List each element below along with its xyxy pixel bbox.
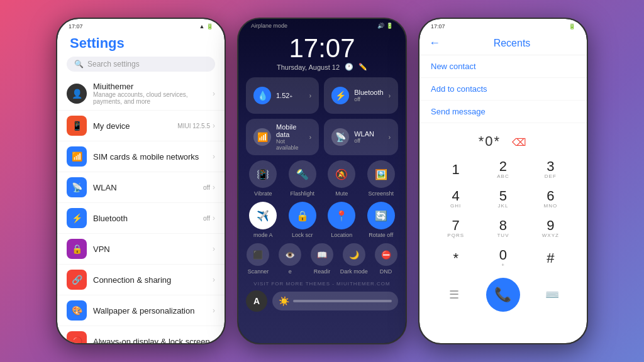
item-label: Wallpaper & personalization (93, 306, 213, 315)
search-placeholder: Search settings (87, 60, 140, 69)
page-title: Settings (57, 31, 225, 57)
cc-quick-grid-2: ✈️ mode A 🔒 Lock scr 📍 Location 🔄 Rotate… (238, 202, 406, 238)
settings-item-alwayson[interactable]: 🔴 Always-on display & lock screen › (57, 326, 225, 343)
dialer-key-7[interactable]: 7 PQRS (432, 214, 479, 243)
tile-sublabel: off (354, 138, 383, 144)
cc-btn-reading[interactable]: 📖 Readir (308, 243, 337, 275)
chevron-icon: › (213, 306, 215, 315)
settings-item-connection[interactable]: 🔗 Connection & sharing › (57, 265, 225, 295)
dialer-key-4[interactable]: 4 GHI (432, 184, 479, 214)
cc-btn-darkmode[interactable]: 🌙 Dark mode (339, 243, 369, 275)
call-icon: 📞 (494, 287, 511, 303)
item-label: Always-on display & lock screen (93, 337, 213, 344)
cc-tile-bluetooth[interactable]: ⚡ Bluetooth off › (324, 77, 398, 114)
dialer-display: *0* ⌫ (419, 123, 587, 155)
item-icon: 🔴 (67, 331, 87, 343)
btn-label: Lock scr (292, 232, 313, 238)
tile-expand: › (309, 134, 311, 141)
back-button[interactable]: ← (429, 36, 440, 50)
cc-btn-location[interactable]: 📍 Location (325, 202, 359, 238)
btn-label: Vibrate (254, 190, 272, 197)
add-to-contacts-item[interactable]: Add to contacts (419, 78, 587, 101)
dialer-grid: 1 2 ABC 3 DEF 4 GHI 5 JKL 6 MNO (419, 155, 587, 273)
keypad-button[interactable]: ⌨️ (540, 282, 565, 307)
settings-item-wallpaper[interactable]: 🎨 Wallpaper & personalization › (57, 295, 225, 326)
new-contact-item[interactable]: New contact (419, 55, 587, 78)
status-icons: ▲ 🔋 (199, 23, 213, 30)
btn-label: Mute (335, 190, 348, 197)
settings-item-vpn[interactable]: 🔒 VPN › (57, 234, 225, 265)
avatar-button[interactable]: A (246, 290, 267, 312)
btn-label: Screensht (368, 190, 394, 197)
btn-label: Location (331, 232, 352, 238)
cc-btn-eye[interactable]: 👁️ e (275, 243, 305, 275)
dialer-key-9[interactable]: 9 WXYZ (527, 214, 574, 243)
settings-item-mydevice[interactable]: 📱 My device MIUI 12.5.5 › (57, 111, 225, 141)
item-label: My device (93, 121, 177, 131)
tile-label: WLAN (354, 130, 383, 138)
item-right: off › (203, 183, 215, 192)
dialer-key-star[interactable]: * (432, 243, 479, 273)
cc-btn-airplane[interactable]: ✈️ mode A (246, 202, 280, 238)
btn-label: Flashlight (290, 190, 314, 197)
brightness-icon: ☀️ (279, 296, 289, 306)
brightness-slider[interactable]: ☀️ (272, 292, 398, 310)
tile-label: Bluetooth (354, 89, 383, 96)
item-icon: 📡 (67, 177, 87, 197)
cc-btn-dnd[interactable]: ⛔ DND (371, 243, 401, 275)
dialer-key-6[interactable]: 6 MNO (527, 184, 574, 214)
btn-label: Rotate off (369, 232, 393, 238)
dialer-key-0[interactable]: 0 + (479, 243, 526, 273)
cc-tile-mobiledata[interactable]: 📶 Mobile data Not available › (246, 119, 319, 155)
chevron-icon: › (213, 244, 215, 253)
status-bar-dialer: 17:07 🔋 (419, 19, 587, 31)
cc-quick-grid-3: ⬛ Scanner 👁️ e 📖 Readir 🌙 Dark mode ⛔ DN… (238, 243, 406, 275)
menu-button[interactable]: ☰ (441, 282, 467, 307)
cc-btn-mute[interactable]: 🔕 Mute (325, 160, 359, 197)
chevron-icon: › (213, 152, 215, 161)
airplane-icon: ✈️ (249, 202, 277, 229)
cc-btn-vibrate[interactable]: 📳 Vibrate (246, 160, 280, 197)
settings-item-miuithemer[interactable]: 👤 Miuithemer Manage accounts, cloud serv… (57, 77, 225, 111)
watermark: VISIT FOR MORE THEMES - MIUITHEMER.COM (238, 280, 406, 288)
settings-item-wlan[interactable]: 📡 WLAN off › (57, 172, 225, 203)
cc-btn-lock[interactable]: 🔒 Lock scr (286, 202, 320, 238)
tile-sublabel: Not available (276, 138, 304, 151)
avatar: 👤 (67, 84, 87, 104)
send-message-item[interactable]: Send message (419, 101, 587, 123)
cc-btn-scanner[interactable]: ⬛ Scanner (243, 243, 273, 275)
dnd-icon: ⛔ (375, 243, 397, 266)
clock-icon: 🕐 (345, 63, 353, 71)
cc-tile-data[interactable]: 💧 1.52+ › (246, 77, 319, 114)
status-bar-cc: Airplane mode 🔊 🔋 (238, 19, 406, 33)
tile-expand: › (389, 134, 391, 141)
chevron-icon: › (213, 275, 215, 284)
cc-btn-rotate[interactable]: 🔄 Rotate off (364, 202, 399, 238)
dialer-key-8[interactable]: 8 TUV (479, 214, 526, 243)
btn-label: Scanner (248, 268, 269, 275)
chevron-icon: › (213, 89, 215, 98)
screenshot-icon: 🖼️ (367, 160, 395, 188)
item-label: Miuithemer (93, 82, 213, 91)
darkmode-icon: 🌙 (343, 243, 365, 266)
dialer-key-2[interactable]: 2 ABC (479, 155, 526, 184)
mobiledata-icon: 📶 (253, 128, 271, 146)
settings-item-simcards[interactable]: 📶 SIM cards & mobile networks › (57, 141, 225, 172)
dialer-key-hash[interactable]: # (527, 243, 574, 273)
dialer-key-1[interactable]: 1 (432, 155, 479, 184)
cc-bottom-bar: A ☀️ (238, 288, 406, 314)
dialer-key-5[interactable]: 5 JKL (479, 184, 526, 214)
dialer-header: ← Recents (419, 31, 587, 55)
page-title: Recents (447, 38, 577, 49)
phone-control-center: Airplane mode 🔊 🔋 17:07 Thursday, August… (237, 18, 407, 344)
phone-dialer: 17:07 🔋 ← Recents New contact Add to con… (418, 18, 588, 344)
cc-btn-flashlight[interactable]: 🔦 Flashlight (286, 160, 320, 197)
call-button[interactable]: 📞 (486, 278, 520, 312)
cc-tile-wlan[interactable]: 📡 WLAN off › (324, 119, 398, 155)
search-bar[interactable]: 🔍 Search settings (67, 57, 215, 72)
settings-item-bluetooth[interactable]: ⚡ Bluetooth off › (57, 203, 225, 234)
cc-btn-screenshot[interactable]: 🖼️ Screensht (364, 160, 399, 197)
dialer-key-3[interactable]: 3 DEF (527, 155, 574, 184)
delete-button[interactable]: ⌫ (512, 137, 528, 148)
item-icon: 📶 (67, 146, 87, 167)
